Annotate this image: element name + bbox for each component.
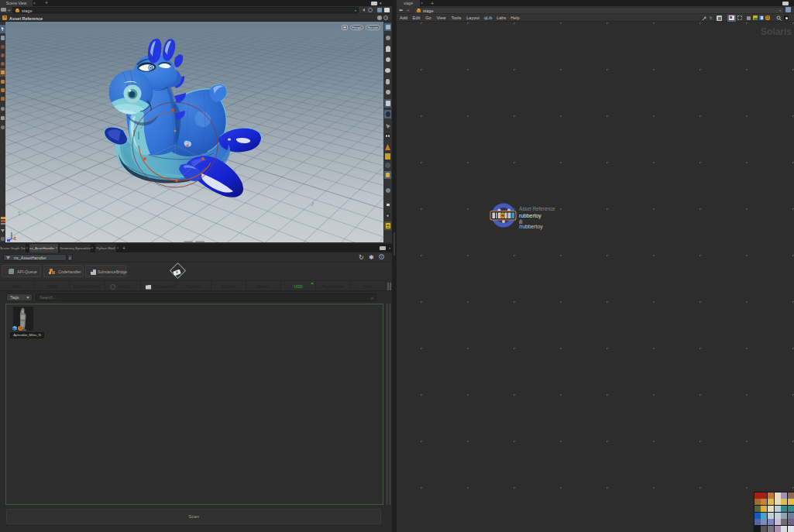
svg-text:Solaris: Solaris [761,26,792,37]
svg-text:Asset Reference: Asset Reference [519,206,555,211]
svg-text:/rubbertoy: /rubbertoy [519,224,543,230]
svg-text:rubbertoy: rubbertoy [519,213,541,219]
